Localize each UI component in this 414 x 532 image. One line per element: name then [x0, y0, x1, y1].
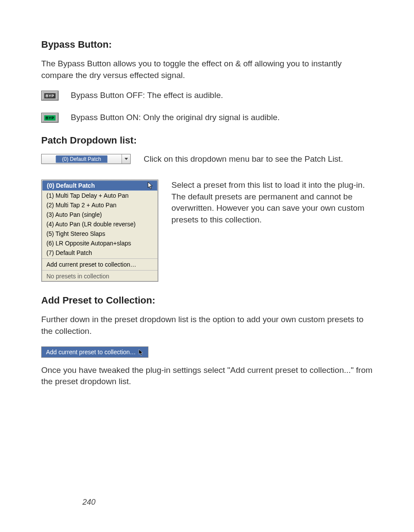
bypass-off-label: BYP [44, 93, 56, 98]
bypass-button-off[interactable]: BYP [41, 91, 59, 101]
preset-add-item[interactable]: Add current preset to collection… [42, 260, 158, 269]
paragraph-add-intro: Further down in the preset dropdown list… [41, 314, 373, 337]
preset-item[interactable]: (7) Default Patch [42, 248, 158, 258]
preset-item[interactable]: (1) Multi Tap Delay + Auto Pan [42, 191, 158, 200]
preset-no-presets: No presets in collection [42, 271, 158, 281]
heading-patch: Patch Dropdown list: [41, 135, 373, 146]
preset-item[interactable]: (5) Tight Stereo Slaps [42, 229, 158, 238]
divider [42, 258, 158, 259]
patch-dropdown-selected: (0) Default Patch [56, 155, 108, 163]
bypass-off-text: Bypass Button OFF: The effect is audible… [71, 91, 223, 100]
patch-dropdown-arrow[interactable] [122, 154, 130, 163]
heading-add-preset: Add Preset to Collection: [41, 295, 373, 306]
bypass-on-text: Bypass Button ON: Only the original dry … [71, 113, 280, 122]
bypass-on-label: BYP [44, 115, 56, 121]
preset-item-selected[interactable]: (0) Default Patch [42, 180, 158, 191]
preset-item[interactable]: (3) Auto Pan (single) [42, 210, 158, 219]
preset-item[interactable]: (6) LR Opposite Autopan+slaps [42, 238, 158, 248]
bypass-button-on[interactable]: BYP [41, 113, 59, 123]
paragraph-bypass-intro: The Bypass Button allows you to toggle t… [41, 58, 373, 81]
divider [42, 270, 158, 271]
preset-item[interactable]: (2) Multi Tap 2 + Auto Pan [42, 200, 158, 210]
patch-dropdown[interactable]: (0) Default Patch [41, 154, 131, 164]
paragraph-add-outro: Once you have tweaked the plug-in settin… [41, 365, 373, 388]
page-number: 240 [82, 498, 95, 507]
heading-bypass: Bypass Button: [41, 39, 373, 50]
add-preset-menu-item[interactable]: Add current preset to collection… [41, 346, 148, 357]
patch-click-text: Click on this dropdown menu bar to see t… [144, 154, 343, 164]
preset-item[interactable]: (4) Auto Pan (LR double reverse) [42, 219, 158, 229]
row-bypass-on: BYP Bypass Button ON: Only the original … [41, 113, 373, 123]
chevron-down-icon [125, 158, 128, 160]
cursor-icon [138, 348, 145, 356]
patch-select-text: Select a preset from this list to load i… [171, 180, 373, 282]
cursor-icon [148, 182, 154, 191]
patch-dropdown-field: (0) Default Patch [42, 154, 122, 163]
add-preset-menu-label: Add current preset to collection… [46, 349, 136, 356]
row-bypass-off: BYP Bypass Button OFF: The effect is aud… [41, 91, 373, 101]
preset-list[interactable]: (0) Default Patch (1) Multi Tap Delay + … [41, 180, 158, 282]
